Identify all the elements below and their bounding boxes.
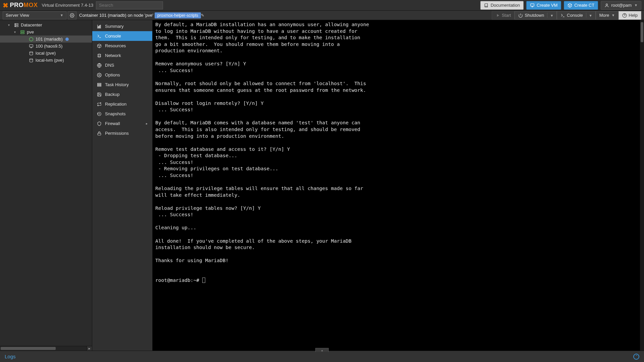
edit-tags-button[interactable]: ✎ [201, 13, 204, 18]
tab-backup[interactable]: Backup [92, 89, 152, 99]
breadcrumb: Container 101 (mariadb) on node 'pve' [79, 13, 153, 18]
tree-settings-button[interactable] [68, 11, 76, 19]
scroll-right-button[interactable]: ▸ [87, 346, 92, 351]
replicate-icon [97, 102, 102, 107]
scrollbar-thumb[interactable] [1, 347, 56, 350]
tree-node-3[interactable]: 100 (haos9.5) [0, 43, 92, 50]
cursor-icon [202, 278, 205, 283]
lock-icon [97, 131, 102, 136]
version-label: Virtual Environment 7.4-13 [42, 3, 94, 8]
book-icon [484, 3, 489, 8]
tree-node-label: local-lvm (pve) [36, 58, 64, 63]
chevron-down-icon: ▼ [550, 14, 553, 17]
tree-view-selector[interactable]: Server View ▼ [3, 11, 66, 19]
console-button[interactable]: Console ▼ [557, 11, 596, 20]
monitor-icon [530, 3, 535, 8]
shutdown-button[interactable]: Shutdown ▼ [515, 11, 557, 20]
tree-h-scrollbar[interactable]: ▸ [0, 346, 92, 351]
console-terminal[interactable]: By default, a MariaDB installation has a… [153, 20, 644, 351]
start-button[interactable]: Start [492, 11, 515, 20]
tree-node-4[interactable]: local (pve) [0, 50, 92, 57]
tree-view-label: Server View [6, 13, 29, 18]
console-output: By default, a MariaDB installation has a… [155, 21, 641, 264]
status-dot-icon [65, 38, 69, 41]
tree-expand-icon[interactable]: ▾ [8, 23, 12, 27]
tree-node-label: 100 (haos9.5) [36, 44, 62, 49]
tab-replication[interactable]: Replication [92, 99, 152, 109]
create-ct-label: Create CT [574, 3, 594, 8]
tab-summary[interactable]: Summary [92, 21, 152, 31]
tab-console[interactable]: Console [92, 31, 152, 41]
chevron-down-icon: ▼ [589, 14, 592, 17]
main-area: ▾Datacenter▾pve101 (mariadb)100 (haos9.5… [0, 20, 644, 351]
console-scrollbar[interactable] [640, 20, 644, 351]
tree-node-0[interactable]: ▾Datacenter [0, 21, 92, 28]
search-input[interactable] [96, 1, 163, 9]
tab-network[interactable]: Network [92, 51, 152, 60]
play-icon [495, 13, 500, 18]
console-prompt: root@mariadb:~# [155, 278, 202, 283]
power-icon [518, 13, 523, 18]
svg-rect-15 [100, 25, 101, 27]
tab-label: DNS [105, 63, 114, 68]
help-label: Help [629, 13, 638, 18]
console-prompt-line[interactable]: root@mariadb:~# [155, 277, 641, 284]
tree-node-5[interactable]: local-lvm (pve) [0, 57, 92, 64]
svg-point-1 [606, 4, 608, 5]
tab-dns[interactable]: DNS [92, 60, 152, 70]
tab-permissions[interactable]: Permissions [92, 128, 152, 138]
svg-rect-8 [21, 31, 24, 32]
help-button[interactable]: Help [619, 11, 641, 20]
tab-label: Replication [105, 102, 126, 107]
documentation-button[interactable]: Documentation [480, 1, 524, 10]
svg-rect-19 [98, 84, 101, 85]
svg-point-2 [71, 15, 73, 16]
tree-node-label: local (pve) [36, 51, 56, 56]
more-button[interactable]: More ▼ [596, 11, 619, 20]
shutdown-label: Shutdown [525, 13, 544, 18]
tab-resources[interactable]: Resources [92, 41, 152, 51]
user-menu-button[interactable]: root@pam ▼ [601, 1, 641, 10]
tab-label: Task History [105, 82, 129, 87]
terminal-icon [97, 34, 102, 39]
tree-node-1[interactable]: ▾pve [0, 28, 92, 36]
tab-snapshots[interactable]: Snapshots [92, 109, 152, 119]
list-icon [97, 82, 102, 87]
documentation-label: Documentation [491, 3, 520, 8]
start-label: Start [502, 13, 511, 18]
lxc-icon [29, 37, 34, 42]
expand-logs-button[interactable]: ⌃ [633, 354, 639, 360]
logo-pro: PRO [10, 2, 24, 8]
chart-icon [97, 24, 102, 29]
tree-node-2[interactable]: 101 (mariadb) [0, 36, 92, 43]
console-label: Console [567, 13, 583, 18]
top-bar: ✖ PROMOX Virtual Environment 7.4-13 Docu… [0, 0, 644, 11]
globe-icon [97, 63, 102, 68]
svg-rect-18 [98, 83, 101, 84]
resource-tag[interactable]: proxmox-helper-scripts [155, 12, 201, 18]
bottom-panel: Logs ⌃ [0, 351, 644, 362]
scrollbar-thumb[interactable] [641, 22, 643, 42]
svg-point-7 [15, 26, 16, 26]
tab-firewall[interactable]: Firewall▸ [92, 119, 152, 128]
create-ct-button[interactable]: Create CT [564, 1, 598, 10]
tree-node-label: Datacenter [21, 22, 42, 27]
tab-label: Snapshots [105, 111, 125, 116]
shutdown-menu-button[interactable]: ▼ [547, 13, 555, 18]
gear-icon [97, 73, 102, 77]
log-panel-drag-handle[interactable]: ▴ [315, 348, 329, 352]
console-menu-button[interactable]: ▼ [586, 13, 594, 18]
tree-node-label: pve [27, 29, 34, 35]
tab-options[interactable]: Options [92, 70, 152, 80]
tab-task-history[interactable]: Task History [92, 80, 152, 89]
svg-rect-20 [98, 85, 101, 86]
net-icon [97, 53, 102, 58]
create-vm-label: Create VM [537, 3, 557, 8]
svg-rect-0 [531, 4, 534, 6]
tree-expand-icon[interactable]: ▾ [14, 30, 18, 34]
tab-label: Firewall [105, 121, 120, 126]
create-vm-button[interactable]: Create VM [526, 1, 561, 10]
logs-tab[interactable]: Logs [5, 354, 16, 359]
logo: ✖ PROMOX [3, 1, 38, 9]
vm-icon [29, 44, 34, 49]
